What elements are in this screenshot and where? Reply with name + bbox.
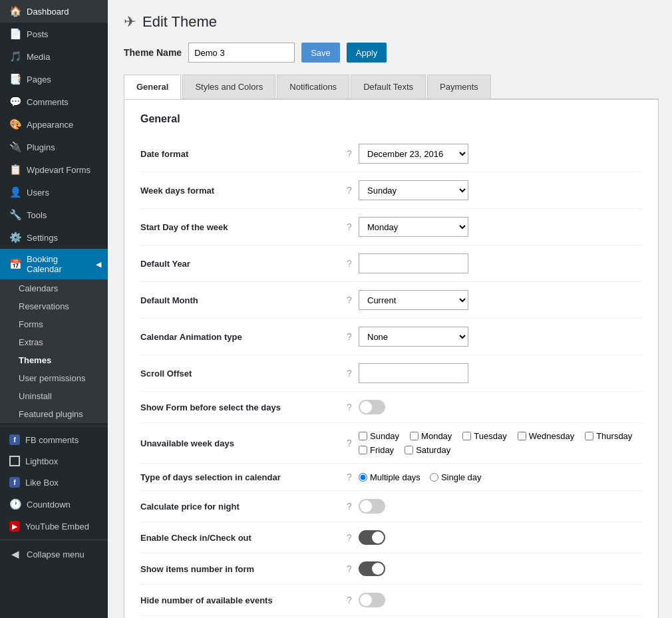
sidebar-item-like-box[interactable]: f Like Box (0, 472, 108, 493)
sidebar-label: Like Box (25, 478, 101, 488)
edit-theme-icon: ✈ (124, 13, 136, 31)
date-format-select[interactable]: December 23, 2016 23/12/2016 12/23/2016 … (359, 144, 468, 164)
default-year-help[interactable]: ? (340, 258, 359, 269)
tab-payments[interactable]: Payments (427, 75, 491, 98)
checkbox-sunday[interactable]: Sunday (359, 431, 399, 441)
default-month-control: Current JanuaryFebruaryMarch AprilMayJun… (359, 290, 642, 310)
submenu-item-user-permissions[interactable]: User permissions (0, 369, 108, 387)
comments-icon: 💬 (9, 96, 21, 108)
submenu-item-uninstall[interactable]: Uninstall (0, 387, 108, 405)
date-format-help[interactable]: ? (340, 148, 359, 159)
sidebar-item-wpdevart-forms[interactable]: 📋 Wpdevart Forms (0, 158, 108, 181)
sidebar-item-youtube-embed[interactable]: ▶ YouTube Embed (0, 516, 108, 537)
week-days-format-help[interactable]: ? (340, 185, 359, 196)
checkbox-saturday[interactable]: Saturday (405, 445, 450, 455)
radio-single-day[interactable]: Single day (430, 472, 482, 482)
theme-name-input[interactable] (188, 43, 295, 63)
check-in-out-control (359, 530, 642, 545)
section-title: General (140, 113, 642, 125)
calc-price-toggle[interactable] (359, 499, 385, 514)
checkbox-friday[interactable]: Friday (359, 445, 394, 455)
days-selection-radios: Multiple days Single day (359, 472, 482, 482)
sidebar-item-dashboard[interactable]: 🏠 Dashboard (0, 0, 108, 23)
date-format-label: Date format (140, 149, 340, 159)
sidebar-label: Plugins (27, 142, 101, 152)
animation-label: Calendar Animation type (140, 332, 340, 342)
start-day-help[interactable]: ? (340, 222, 359, 232)
submenu-item-extras[interactable]: Extras (0, 333, 108, 351)
scroll-offset-input[interactable] (359, 363, 468, 383)
default-month-select[interactable]: Current JanuaryFebruaryMarch AprilMayJun… (359, 290, 468, 310)
scroll-offset-help[interactable]: ? (340, 368, 359, 379)
check-in-out-toggle[interactable] (359, 530, 385, 545)
sidebar-label: Posts (27, 29, 101, 39)
show-form-before-toggle[interactable] (359, 400, 385, 414)
calc-price-help[interactable]: ? (340, 501, 359, 512)
hide-number-toggle[interactable] (359, 593, 385, 607)
sidebar-item-booking-calendar[interactable]: 📅 Booking Calendar ◀ (0, 249, 108, 279)
sidebar-item-appearance[interactable]: 🎨 Appearance (0, 113, 108, 136)
sidebar-label: Settings (27, 233, 101, 243)
checkbox-thursday[interactable]: Thursday (585, 431, 632, 441)
scroll-offset-control (359, 363, 642, 383)
checkbox-tuesday[interactable]: Tuesday (462, 431, 506, 441)
sidebar-item-posts[interactable]: 📄 Posts (0, 23, 108, 45)
sidebar-item-fb-comments[interactable]: f FB comments (0, 429, 108, 450)
calc-price-control (359, 499, 642, 514)
save-button[interactable]: Save (301, 43, 340, 63)
sidebar-item-tools[interactable]: 🔧 Tools (0, 204, 108, 226)
default-month-label: Default Month (140, 295, 340, 305)
tabs-row: General Styles and Colors Notifications … (124, 75, 659, 99)
appearance-icon: 🎨 (9, 118, 21, 130)
hide-number-label: Hide number of available events (140, 595, 340, 605)
default-year-input[interactable] (359, 253, 468, 273)
theme-name-label: Theme Name (124, 47, 182, 58)
form-row-unavailable-days: Unavailable week days ? Sunday Monday Tu… (140, 423, 642, 464)
show-items-number-control (359, 561, 642, 576)
calc-price-label: Calculate price for night (140, 502, 340, 512)
sidebar-item-media[interactable]: 🎵 Media (0, 45, 108, 68)
scroll-offset-label: Scroll Offset (140, 369, 340, 379)
submenu-item-forms[interactable]: Forms (0, 315, 108, 333)
content-panel: General Date format ? December 23, 2016 … (124, 99, 659, 618)
days-selection-help[interactable]: ? (340, 472, 359, 482)
users-icon: 👤 (9, 186, 21, 198)
show-items-number-toggle[interactable] (359, 561, 385, 576)
checkbox-wednesday[interactable]: Wednesday (518, 431, 574, 441)
sidebar-item-users[interactable]: 👤 Users (0, 181, 108, 204)
sidebar-item-plugins[interactable]: 🔌 Plugins (0, 136, 108, 158)
tab-default-texts[interactable]: Default Texts (351, 75, 426, 98)
sidebar-label: Booking Calendar (27, 254, 90, 274)
hide-number-help[interactable]: ? (340, 595, 359, 605)
sidebar-item-countdown[interactable]: 🕐 Countdown (0, 493, 108, 516)
check-in-out-help[interactable]: ? (340, 532, 359, 543)
form-row-start-day: Start Day of the week ? Monday Tuesday W… (140, 209, 642, 245)
sidebar-item-comments[interactable]: 💬 Comments (0, 90, 108, 113)
week-days-format-select[interactable]: Sunday Monday Tuesday Wednesday Thursday… (359, 180, 468, 200)
unavailable-days-help[interactable]: ? (340, 438, 359, 448)
submenu-item-calendars[interactable]: Calendars (0, 279, 108, 297)
animation-help[interactable]: ? (340, 331, 359, 342)
form-row-show-form-before: Show Form before select the days ? (140, 392, 642, 423)
sidebar-item-settings[interactable]: ⚙️ Settings (0, 226, 108, 249)
sidebar-item-lightbox[interactable]: Lightbox (0, 450, 108, 472)
checkbox-monday[interactable]: Monday (410, 431, 452, 441)
start-day-select[interactable]: Monday Tuesday Wednesday Thursday Friday… (359, 217, 468, 237)
show-items-number-help[interactable]: ? (340, 563, 359, 574)
submenu-item-themes[interactable]: Themes (0, 351, 108, 369)
dashboard-icon: 🏠 (9, 5, 21, 17)
booking-calendar-icon: 📅 (9, 258, 21, 270)
apply-button[interactable]: Apply (347, 43, 387, 63)
tab-notifications[interactable]: Notifications (277, 75, 349, 98)
radio-multiple-days[interactable]: Multiple days (359, 472, 420, 482)
submenu-item-reservations[interactable]: Reservations (0, 297, 108, 315)
tab-general[interactable]: General (124, 75, 181, 99)
show-form-before-help[interactable]: ? (340, 402, 359, 412)
collapse-label: Collapse menu (27, 549, 101, 559)
submenu-item-featured-plugins[interactable]: Featured plugins (0, 405, 108, 423)
tab-styles-and-colors[interactable]: Styles and Colors (182, 75, 275, 98)
sidebar-item-pages[interactable]: 📑 Pages (0, 68, 108, 90)
animation-select[interactable]: None Fade Slide (359, 327, 468, 347)
default-month-help[interactable]: ? (340, 295, 359, 305)
sidebar-collapse-menu[interactable]: ◀ Collapse menu (0, 543, 108, 565)
